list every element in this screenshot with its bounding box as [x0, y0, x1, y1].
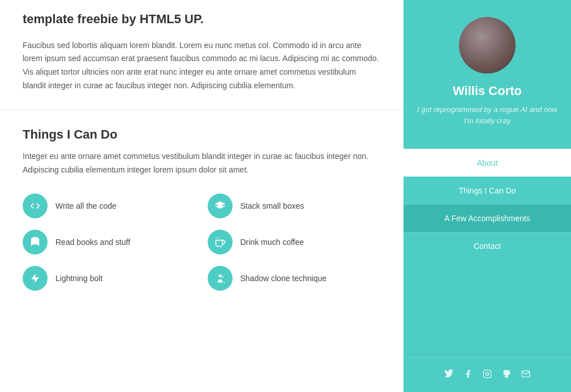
skill-label-boxes: Stack small boxes	[241, 201, 304, 210]
page-heading: template freebie by HTML5 UP.	[23, 11, 381, 28]
body-text: Faucibus sed lobortis aliquam lorem blan…	[23, 39, 381, 93]
skill-label-bolt: Lightning bolt	[55, 274, 102, 283]
bolt-icon	[23, 266, 48, 291]
skill-item-bolt: Lightning bolt	[23, 266, 196, 291]
skills-heading: Things I Can Do	[23, 127, 381, 142]
skill-item-coffee: Drink much coffee	[208, 230, 381, 255]
skill-label-coffee: Drink much coffee	[241, 238, 304, 247]
skills-grid: Write all the code Stack small boxes	[23, 193, 381, 291]
sidebar-top: Willis Corto I got reprogrammed by a rog…	[403, 0, 571, 143]
book-icon	[23, 230, 48, 255]
code-icon	[23, 193, 48, 218]
skill-item-code: Write all the code	[23, 193, 196, 218]
twitter-icon[interactable]	[444, 369, 453, 381]
skill-label-books: Read books and stuff	[55, 238, 130, 247]
skill-item-books: Read books and stuff	[23, 230, 196, 255]
sidebar-footer	[403, 357, 571, 392]
top-section: template freebie by HTML5 UP. Faucibus s…	[0, 0, 403, 110]
skill-item-shadow: Shadow clone technique	[208, 266, 381, 291]
shadow-icon	[208, 266, 233, 291]
coffee-icon	[208, 230, 233, 255]
svg-point-4	[218, 275, 221, 278]
svg-point-5	[221, 276, 223, 278]
nav-item-about[interactable]: About	[403, 149, 571, 176]
nav-item-contact[interactable]: Contact	[403, 232, 571, 260]
avatar	[459, 17, 516, 74]
svg-marker-3	[31, 274, 38, 283]
main-content: template freebie by HTML5 UP. Faucibus s…	[0, 0, 403, 392]
facebook-icon[interactable]	[463, 369, 473, 381]
svg-point-8	[489, 372, 490, 372]
sidebar-nav: About Things I Can Do A Few Accomplishme…	[403, 149, 571, 260]
skill-item-boxes: Stack small boxes	[208, 193, 381, 218]
github-icon[interactable]	[502, 369, 511, 381]
skill-label-code: Write all the code	[55, 201, 117, 210]
sidebar: Willis Corto I got reprogrammed by a rog…	[403, 0, 571, 392]
nav-item-accomplishments[interactable]: A Few Accomplishments	[403, 204, 571, 232]
boxes-icon	[208, 193, 233, 218]
skills-section: Things I Can Do Integer eu ante ornare a…	[0, 110, 403, 314]
sidebar-tagline: I got reprogrammed by a rogue AI and now…	[415, 104, 560, 126]
skills-intro: Integer eu ante ornare amet commetus ves…	[23, 150, 381, 177]
email-icon[interactable]	[521, 369, 530, 381]
instagram-icon[interactable]	[483, 369, 492, 381]
skill-label-shadow: Shadow clone technique	[241, 274, 327, 283]
svg-rect-6	[483, 370, 491, 377]
svg-point-7	[486, 372, 488, 375]
sidebar-name: Willis Corto	[453, 84, 522, 98]
nav-item-things[interactable]: Things I Can Do	[403, 176, 571, 204]
